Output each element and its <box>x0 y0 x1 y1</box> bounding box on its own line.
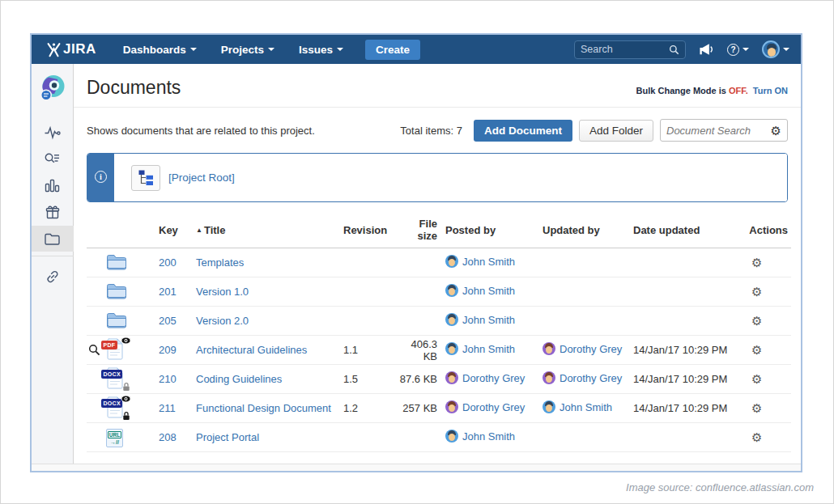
posted-by-cell: John Smith <box>442 336 539 365</box>
col-posted-by[interactable]: Posted by <box>442 212 539 248</box>
user-link[interactable]: John Smith <box>462 285 515 297</box>
create-button[interactable]: Create <box>365 40 420 60</box>
avatar <box>445 400 458 413</box>
nav-issues[interactable]: Issues <box>288 35 354 64</box>
updated-by-cell <box>539 277 630 307</box>
user-link[interactable]: John Smith <box>462 430 515 443</box>
jira-logo[interactable]: JIRA <box>46 41 96 57</box>
document-key-link[interactable]: 210 <box>159 373 177 385</box>
key-cell: 205 <box>155 307 193 336</box>
user-link[interactable]: John Smith <box>560 401 612 413</box>
file-size-cell <box>394 248 442 277</box>
date-updated-cell <box>630 423 732 452</box>
user-link[interactable]: John Smith <box>462 256 515 268</box>
nav-issues-label: Issues <box>299 44 333 56</box>
document-title-link[interactable]: Project Portal <box>196 431 259 443</box>
turn-on-link[interactable]: Turn ON <box>753 86 788 95</box>
preview-magnifier-icon[interactable] <box>88 344 100 358</box>
col-updated-by[interactable]: Updated by <box>539 212 630 248</box>
col-key[interactable]: Key <box>155 212 193 248</box>
posted-by-user: John Smith <box>445 342 515 355</box>
updated-by-cell <box>539 423 630 452</box>
document-title-link[interactable]: Coding Guidelines <box>196 373 282 385</box>
posted-by-user: Dorothy Grey <box>445 400 525 413</box>
global-search-input[interactable] <box>581 44 669 55</box>
user-link[interactable]: Dorothy Grey <box>462 372 525 384</box>
document-key-link[interactable]: 205 <box>159 315 177 327</box>
add-document-button[interactable]: Add Document <box>474 120 572 142</box>
title-cell: Templates <box>193 248 340 277</box>
tree-view-button[interactable] <box>131 165 160 191</box>
date-updated-cell: 14/Jan/17 10:29 PM <box>630 365 732 394</box>
sidebar-item-documents[interactable] <box>32 226 74 252</box>
row-actions-gear-icon[interactable]: ⚙ <box>751 372 762 386</box>
col-title[interactable]: ▲Title <box>193 212 340 248</box>
nav-projects[interactable]: Projects <box>211 35 285 64</box>
feedback-megaphone-icon[interactable] <box>699 43 714 56</box>
sidebar-item-search-issues[interactable] <box>32 146 74 172</box>
user-link[interactable]: John Smith <box>462 314 515 326</box>
row-actions-gear-icon[interactable]: ⚙ <box>751 314 762 328</box>
sidebar-item-releases[interactable] <box>32 198 74 226</box>
project-avatar[interactable] <box>38 73 67 105</box>
chevron-down-icon <box>268 48 274 51</box>
revision-cell: 1.2 <box>340 394 394 423</box>
date-updated-cell: 14/Jan/17 10:29 PM <box>630 394 732 423</box>
help-menu[interactable]: ? <box>727 44 749 56</box>
sort-ascending-icon: ▲ <box>196 227 202 234</box>
document-row: URL→//208Project PortalJohn Smith⚙ <box>87 423 791 452</box>
document-key-link[interactable]: 201 <box>159 286 177 298</box>
actions-cell: ⚙ <box>732 248 791 277</box>
chevron-down-icon <box>190 48 197 51</box>
avatar <box>445 313 458 326</box>
row-actions-gear-icon[interactable]: ⚙ <box>751 285 762 299</box>
sidebar-item-links[interactable] <box>32 263 74 290</box>
row-actions-gear-icon[interactable]: ⚙ <box>751 401 762 415</box>
watch-eye-icon <box>121 335 131 347</box>
document-search-input[interactable] <box>666 125 768 137</box>
search-icon <box>669 44 679 55</box>
document-title-link[interactable]: Version 2.0 <box>196 315 249 327</box>
user-link[interactable]: John Smith <box>462 343 515 355</box>
row-actions-gear-icon[interactable]: ⚙ <box>751 256 762 269</box>
user-link[interactable]: Dorothy Grey <box>462 401 525 413</box>
global-search[interactable] <box>574 40 686 59</box>
user-avatar <box>762 40 780 58</box>
user-menu[interactable] <box>762 40 789 58</box>
document-key-link[interactable]: 200 <box>159 256 177 269</box>
nav-dashboards[interactable]: Dashboards <box>113 35 207 64</box>
document-type-cell <box>87 307 155 336</box>
document-title-link[interactable]: Functional Design Document <box>196 402 331 414</box>
nav-projects-label: Projects <box>221 44 264 56</box>
total-items-label: Total items: <box>400 125 453 137</box>
documents-table: Key ▲Title Revision File size Posted by … <box>87 212 791 452</box>
document-title-link[interactable]: Templates <box>196 256 244 269</box>
search-options-gear-icon[interactable]: ⚙ <box>771 125 781 137</box>
updated-by-cell <box>539 307 630 336</box>
row-actions-gear-icon[interactable]: ⚙ <box>751 430 762 444</box>
updated-by-cell: Dorothy Grey <box>539 365 630 394</box>
row-actions-gear-icon[interactable]: ⚙ <box>751 343 762 357</box>
col-date-updated[interactable]: Date updated <box>630 212 732 248</box>
document-title-link[interactable]: Architectural Guidelines <box>196 344 307 356</box>
image-source-caption: Image source: confluence.atlassian.com <box>626 481 814 493</box>
document-type-cell: DOCX <box>87 365 155 394</box>
revision-cell <box>340 277 394 307</box>
document-key-link[interactable]: 211 <box>159 402 176 414</box>
document-search-box: ⚙ <box>660 119 788 142</box>
document-key-link[interactable]: 209 <box>159 344 177 356</box>
sidebar-item-activity[interactable] <box>32 118 74 146</box>
col-file-size[interactable]: File size <box>394 212 442 248</box>
user-link[interactable]: Dorothy Grey <box>560 372 622 384</box>
docx-icon: DOCX <box>106 367 124 392</box>
file-size-cell <box>394 423 442 452</box>
document-key-link[interactable]: 208 <box>159 431 177 443</box>
add-folder-button[interactable]: Add Folder <box>579 120 653 142</box>
pdf-icon: PDF <box>106 338 124 362</box>
col-revision[interactable]: Revision <box>340 212 394 248</box>
user-link[interactable]: Dorothy Grey <box>560 343 622 355</box>
document-title-link[interactable]: Version 1.0 <box>196 286 249 298</box>
main-content: Documents Bulk Change Mode is OFF. Turn … <box>74 64 801 471</box>
sidebar-item-reports[interactable] <box>32 172 74 198</box>
project-root-link[interactable]: [Project Root] <box>168 172 235 184</box>
